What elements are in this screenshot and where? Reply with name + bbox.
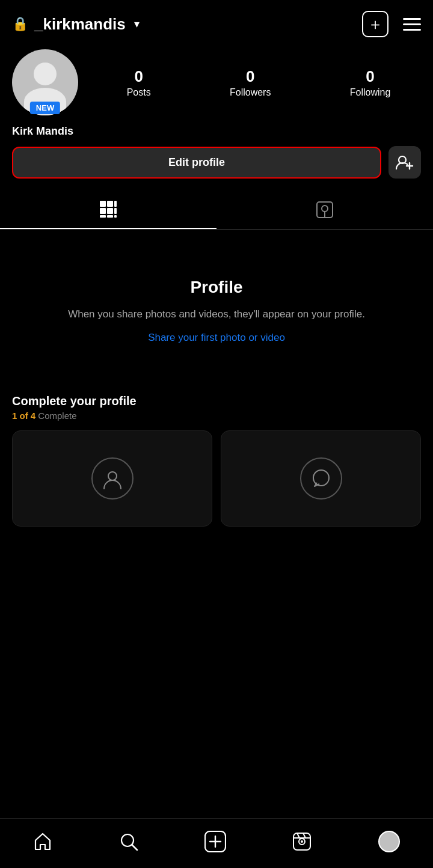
svg-line-25 — [297, 833, 299, 838]
svg-rect-11 — [114, 215, 117, 218]
new-post-button[interactable]: ＋ — [362, 11, 388, 37]
reels-icon — [292, 832, 312, 851]
edit-profile-button[interactable]: Edit profile — [12, 147, 381, 179]
add-person-icon — [396, 154, 414, 170]
empty-description: When you share photos and videos, they'l… — [68, 307, 365, 322]
svg-rect-4 — [107, 201, 113, 207]
nav-home[interactable] — [25, 828, 61, 855]
svg-rect-6 — [100, 208, 106, 214]
svg-point-14 — [108, 472, 117, 480]
nav-profile-avatar — [378, 831, 400, 852]
card-chat-icon — [300, 457, 342, 500]
empty-state: Profile When you share photos and videos… — [0, 230, 433, 380]
nav-profile[interactable] — [370, 827, 408, 856]
tab-grid[interactable] — [0, 191, 216, 229]
svg-rect-3 — [100, 201, 106, 207]
tagged-icon — [316, 201, 334, 219]
followers-count: 0 — [246, 67, 254, 86]
svg-rect-7 — [107, 208, 113, 214]
profile-section: NEW 0 Posts 0 Followers 0 Following Kirk… — [0, 43, 433, 179]
bottom-nav — [0, 818, 433, 868]
tabs — [0, 191, 433, 230]
nav-search[interactable] — [111, 828, 147, 855]
followers-label: Followers — [230, 87, 271, 98]
share-first-photo-link[interactable]: Share your first photo or video — [148, 332, 285, 344]
menu-button[interactable] — [403, 18, 421, 31]
followers-stat[interactable]: 0 Followers — [230, 67, 271, 98]
hamburger-line — [403, 23, 421, 25]
home-icon — [33, 832, 52, 851]
posts-stat[interactable]: 0 Posts — [127, 67, 151, 98]
following-stat[interactable]: 0 Following — [350, 67, 391, 98]
avatar-head — [34, 63, 57, 85]
profile-cards-row — [12, 430, 421, 527]
complete-profile-highlight: 1 of 4 — [12, 411, 35, 421]
chevron-down-icon[interactable]: ▾ — [134, 17, 140, 31]
profile-card-photo[interactable] — [12, 430, 212, 527]
complete-profile-rest: Complete — [35, 411, 76, 421]
username[interactable]: _kirkmandis — [34, 15, 126, 34]
posts-count: 0 — [134, 67, 143, 86]
svg-point-16 — [121, 834, 134, 846]
grid-icon — [99, 200, 117, 218]
hamburger-line — [403, 18, 421, 20]
nav-reels[interactable] — [284, 828, 320, 855]
svg-rect-10 — [107, 215, 113, 218]
tab-tagged[interactable] — [216, 191, 433, 229]
header-right: ＋ — [362, 11, 421, 37]
profile-card-bio[interactable] — [221, 430, 421, 527]
svg-line-17 — [132, 845, 137, 850]
svg-rect-8 — [114, 208, 117, 214]
complete-profile-section: Complete your profile 1 of 4 Complete — [0, 380, 433, 527]
avatar-container[interactable]: NEW — [12, 49, 78, 115]
svg-point-15 — [313, 470, 329, 486]
search-icon — [119, 832, 138, 851]
svg-line-26 — [303, 833, 306, 838]
svg-rect-9 — [100, 215, 106, 218]
profile-name: Kirk Mandis — [12, 125, 421, 138]
header: 🔒 _kirkmandis ▾ ＋ — [0, 0, 433, 43]
following-label: Following — [350, 87, 391, 98]
nav-add[interactable] — [196, 827, 235, 856]
svg-point-13 — [322, 206, 328, 212]
add-person-button[interactable] — [388, 146, 421, 179]
stats: 0 Posts 0 Followers 0 Following — [96, 67, 421, 98]
profile-top: NEW 0 Posts 0 Followers 0 Following — [12, 49, 421, 115]
header-left: 🔒 _kirkmandis ▾ — [12, 15, 140, 34]
new-badge: NEW — [30, 102, 60, 114]
plus-icon: ＋ — [367, 14, 383, 35]
complete-profile-progress: 1 of 4 Complete — [12, 411, 421, 421]
posts-label: Posts — [127, 87, 151, 98]
empty-title: Profile — [190, 278, 242, 297]
profile-actions: Edit profile — [12, 146, 421, 179]
complete-profile-title: Complete your profile — [12, 394, 421, 408]
card-person-icon — [91, 457, 134, 500]
svg-rect-5 — [114, 201, 117, 207]
lock-icon: 🔒 — [12, 16, 28, 32]
following-count: 0 — [366, 67, 374, 86]
svg-point-23 — [301, 840, 303, 843]
hamburger-line — [403, 29, 421, 31]
add-icon — [204, 831, 226, 852]
